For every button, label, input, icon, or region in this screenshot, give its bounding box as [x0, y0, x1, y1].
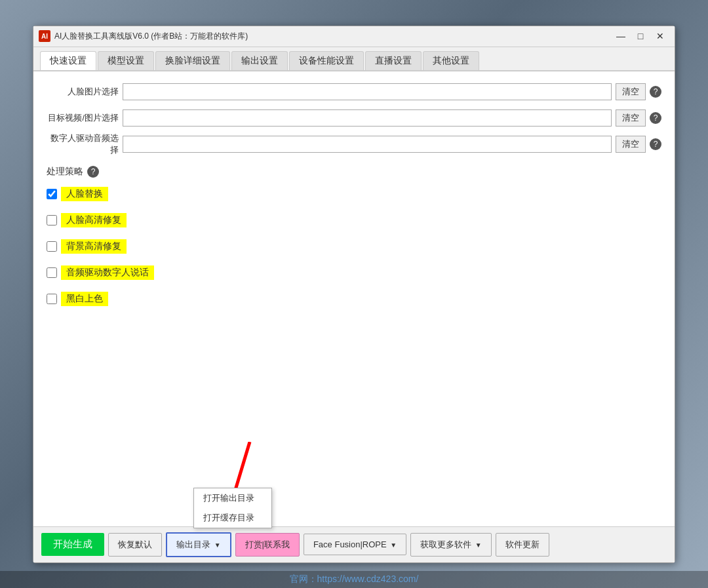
face-hd-checkbox[interactable] — [47, 215, 57, 225]
bw-color-row: 黑白上色 — [47, 292, 661, 306]
face-swap-checkbox[interactable] — [47, 189, 57, 199]
titlebar: AI AI人脸替换工具离线版V6.0 (作者B站：万能君的软件库) — □ ✕ — [33, 26, 675, 47]
restore-default-button[interactable]: 恢复默认 — [108, 533, 162, 557]
more-software-button[interactable]: 获取更多软件 ▼ — [410, 533, 492, 557]
facefusion-button[interactable]: Face Fusion|ROPE ▼ — [304, 534, 406, 555]
face-image-row: 人脸图片选择 清空 ? — [47, 82, 661, 102]
audio-drive-option-label: 音频驱动数字人说话 — [61, 265, 154, 280]
audio-drive-checkbox[interactable] — [47, 267, 57, 278]
close-button[interactable]: ✕ — [651, 29, 669, 43]
audio-drive-option-row: 音频驱动数字人说话 — [47, 265, 661, 280]
open-output-dir-item[interactable]: 打开输出目录 — [194, 488, 271, 508]
app-icon: AI — [39, 30, 50, 42]
tab-swap[interactable]: 换脸详细设置 — [155, 51, 230, 70]
target-video-label: 目标视频/图片选择 — [47, 112, 119, 124]
audio-drive-input[interactable] — [123, 136, 612, 153]
maximize-button[interactable]: □ — [631, 29, 650, 43]
processing-help-icon[interactable]: ? — [87, 166, 99, 178]
bw-color-label: 黑白上色 — [61, 292, 108, 306]
bw-color-checkbox[interactable] — [47, 294, 57, 304]
tab-model[interactable]: 模型设置 — [98, 51, 154, 70]
face-image-help-icon[interactable]: ? — [650, 86, 661, 98]
face-image-input[interactable] — [123, 83, 612, 100]
start-button[interactable]: 开始生成 — [41, 533, 104, 556]
face-image-label: 人脸图片选择 — [47, 86, 119, 98]
output-dropdown-arrow: ▼ — [214, 541, 221, 549]
bg-hd-row: 背景高清修复 — [47, 239, 661, 254]
window-controls: — □ ✕ — [612, 29, 669, 43]
bg-hd-checkbox[interactable] — [47, 241, 57, 252]
audio-drive-row: 数字人驱动音频选择 清空 ? — [47, 134, 661, 154]
tab-bar: 快速设置 模型设置 换脸详细设置 输出设置 设备性能设置 直播设置 其他设置 — [33, 47, 675, 71]
tab-live[interactable]: 直播设置 — [365, 51, 422, 70]
target-video-clear-btn[interactable]: 清空 — [616, 109, 646, 127]
target-video-input[interactable] — [123, 109, 612, 127]
facefusion-dropdown-arrow: ▼ — [390, 541, 397, 549]
minimize-button[interactable]: — — [612, 29, 630, 43]
watermark: 官网：https://www.cdz423.com/ — [0, 571, 708, 588]
face-swap-row: 人脸替换 — [47, 187, 661, 201]
more-dropdown-arrow: ▼ — [475, 541, 482, 549]
main-window: AI AI人脸替换工具离线版V6.0 (作者B站：万能君的软件库) — □ ✕ … — [33, 26, 675, 563]
bg-hd-label: 背景高清修复 — [61, 239, 127, 254]
main-content: 人脸图片选择 清空 ? 目标视频/图片选择 清空 ? 数字人驱动音频选择 清空 … — [33, 71, 675, 526]
tab-quick[interactable]: 快速设置 — [40, 51, 96, 70]
face-swap-label: 人脸替换 — [61, 187, 108, 201]
audio-drive-help-icon[interactable]: ? — [650, 138, 661, 150]
tab-device[interactable]: 设备性能设置 — [289, 51, 364, 70]
output-dropdown-menu: 打开输出目录 打开缓存目录 — [193, 488, 272, 528]
face-image-clear-btn[interactable]: 清空 — [616, 83, 646, 100]
face-hd-label: 人脸高清修复 — [61, 213, 127, 227]
face-hd-row: 人脸高清修复 — [47, 213, 661, 227]
content-spacer — [47, 315, 661, 516]
open-cache-dir-item[interactable]: 打开缓存目录 — [194, 508, 271, 528]
tab-output[interactable]: 输出设置 — [231, 51, 288, 70]
processing-section: 处理策略 ? — [47, 166, 661, 178]
processing-label: 处理策略 — [47, 166, 83, 178]
donate-button[interactable]: 打赏|联系我 — [235, 533, 300, 557]
tab-other[interactable]: 其他设置 — [423, 51, 479, 70]
target-video-help-icon[interactable]: ? — [650, 112, 661, 124]
audio-drive-label: 数字人驱动音频选择 — [47, 132, 119, 156]
target-video-row: 目标视频/图片选择 清空 ? — [47, 108, 661, 128]
update-button[interactable]: 软件更新 — [496, 533, 549, 557]
audio-drive-clear-btn[interactable]: 清空 — [616, 136, 646, 153]
output-dir-button[interactable]: 输出目录 ▼ — [166, 532, 231, 557]
window-title: AI人脸替换工具离线版V6.0 (作者B站：万能君的软件库) — [54, 31, 608, 42]
bottom-bar: 开始生成 恢复默认 输出目录 ▼ 打赏|联系我 Face Fusion|ROPE… — [33, 526, 675, 562]
